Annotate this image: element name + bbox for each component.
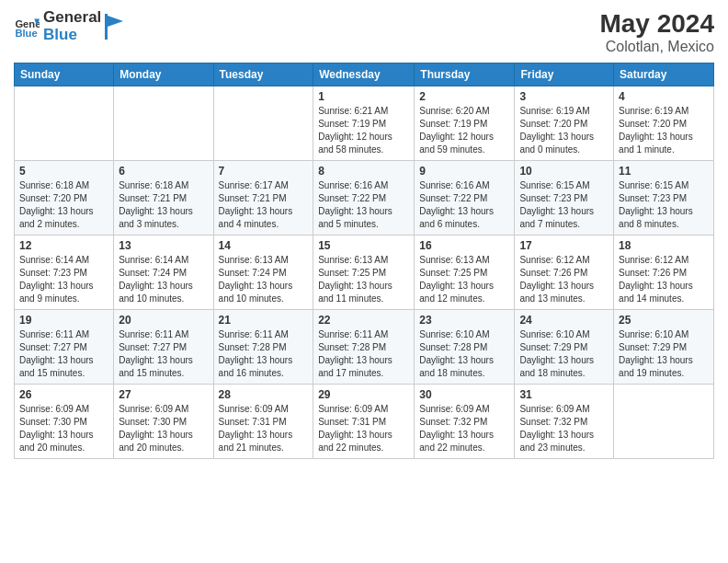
day-number: 15 xyxy=(318,239,409,252)
day-info: Sunrise: 6:11 AMSunset: 7:27 PMDaylight:… xyxy=(119,328,208,380)
calendar-cell: 1Sunrise: 6:21 AMSunset: 7:19 PMDaylight… xyxy=(313,86,415,161)
day-info: Sunrise: 6:09 AMSunset: 7:31 PMDaylight:… xyxy=(219,403,309,454)
calendar-cell: 15Sunrise: 6:13 AMSunset: 7:25 PMDayligh… xyxy=(313,236,415,310)
calendar-cell: 22Sunrise: 6:11 AMSunset: 7:28 PMDayligh… xyxy=(313,310,415,385)
day-info: Sunrise: 6:16 AMSunset: 7:22 PMDaylight:… xyxy=(419,179,509,231)
day-info: Sunrise: 6:09 AMSunset: 7:31 PMDaylight:… xyxy=(318,403,409,454)
calendar-cell: 7Sunrise: 6:17 AMSunset: 7:21 PMDaylight… xyxy=(213,161,313,236)
logo: General Blue General Blue xyxy=(14,9,125,43)
day-number: 13 xyxy=(119,239,208,252)
day-number: 2 xyxy=(419,90,509,103)
header-tuesday: Tuesday xyxy=(213,63,313,86)
calendar-header-row: Sunday Monday Tuesday Wednesday Thursday… xyxy=(15,63,714,86)
calendar-cell: 17Sunrise: 6:12 AMSunset: 7:26 PMDayligh… xyxy=(515,236,614,310)
day-number: 20 xyxy=(119,314,208,327)
day-info: Sunrise: 6:19 AMSunset: 7:20 PMDaylight:… xyxy=(519,105,609,156)
day-number: 27 xyxy=(119,388,208,401)
day-info: Sunrise: 6:09 AMSunset: 7:30 PMDaylight:… xyxy=(119,403,208,454)
header-saturday: Saturday xyxy=(614,63,714,86)
day-info: Sunrise: 6:20 AMSunset: 7:19 PMDaylight:… xyxy=(419,105,509,156)
calendar-cell: 2Sunrise: 6:20 AMSunset: 7:19 PMDaylight… xyxy=(415,86,515,161)
day-info: Sunrise: 6:14 AMSunset: 7:23 PMDaylight:… xyxy=(19,254,108,305)
day-info: Sunrise: 6:10 AMSunset: 7:29 PMDaylight:… xyxy=(619,328,709,380)
calendar-cell: 30Sunrise: 6:09 AMSunset: 7:32 PMDayligh… xyxy=(415,385,515,459)
day-number: 4 xyxy=(619,90,709,103)
calendar-cell: 27Sunrise: 6:09 AMSunset: 7:30 PMDayligh… xyxy=(114,385,213,459)
day-info: Sunrise: 6:15 AMSunset: 7:23 PMDaylight:… xyxy=(619,179,709,231)
day-info: Sunrise: 6:11 AMSunset: 7:28 PMDaylight:… xyxy=(219,328,309,380)
day-number: 7 xyxy=(219,165,309,178)
day-info: Sunrise: 6:09 AMSunset: 7:32 PMDaylight:… xyxy=(519,403,609,454)
svg-marker-4 xyxy=(108,16,123,27)
header-monday: Monday xyxy=(114,63,213,86)
day-info: Sunrise: 6:13 AMSunset: 7:24 PMDaylight:… xyxy=(219,254,309,305)
calendar-cell: 14Sunrise: 6:13 AMSunset: 7:24 PMDayligh… xyxy=(213,236,313,310)
logo-flag-icon xyxy=(105,14,125,40)
calendar-week-row: 19Sunrise: 6:11 AMSunset: 7:27 PMDayligh… xyxy=(15,310,714,385)
day-info: Sunrise: 6:09 AMSunset: 7:32 PMDaylight:… xyxy=(419,403,509,454)
calendar-cell: 12Sunrise: 6:14 AMSunset: 7:23 PMDayligh… xyxy=(15,236,114,310)
day-info: Sunrise: 6:09 AMSunset: 7:30 PMDaylight:… xyxy=(19,403,108,454)
day-info: Sunrise: 6:11 AMSunset: 7:28 PMDaylight:… xyxy=(318,328,409,380)
day-number: 8 xyxy=(318,165,409,178)
day-number: 29 xyxy=(318,388,409,401)
day-number: 19 xyxy=(19,314,108,327)
day-info: Sunrise: 6:10 AMSunset: 7:29 PMDaylight:… xyxy=(519,328,609,380)
calendar-cell: 26Sunrise: 6:09 AMSunset: 7:30 PMDayligh… xyxy=(15,385,114,459)
day-info: Sunrise: 6:12 AMSunset: 7:26 PMDaylight:… xyxy=(519,254,609,305)
day-number: 21 xyxy=(219,314,309,327)
location-title: Colotlan, Mexico xyxy=(599,39,714,55)
header-thursday: Thursday xyxy=(415,63,515,86)
day-info: Sunrise: 6:19 AMSunset: 7:20 PMDaylight:… xyxy=(619,105,709,156)
calendar-cell: 8Sunrise: 6:16 AMSunset: 7:22 PMDaylight… xyxy=(313,161,415,236)
calendar-cell: 11Sunrise: 6:15 AMSunset: 7:23 PMDayligh… xyxy=(614,161,714,236)
calendar-cell: 13Sunrise: 6:14 AMSunset: 7:24 PMDayligh… xyxy=(114,236,213,310)
day-number: 10 xyxy=(519,165,609,178)
day-number: 16 xyxy=(419,239,509,252)
svg-text:Blue: Blue xyxy=(15,28,37,39)
day-number: 9 xyxy=(419,165,509,178)
calendar-cell: 21Sunrise: 6:11 AMSunset: 7:28 PMDayligh… xyxy=(213,310,313,385)
calendar-cell: 20Sunrise: 6:11 AMSunset: 7:27 PMDayligh… xyxy=(114,310,213,385)
day-number: 1 xyxy=(318,90,409,103)
calendar-page: General Blue General Blue May 2024 Colot… xyxy=(0,0,728,563)
day-info: Sunrise: 6:15 AMSunset: 7:23 PMDaylight:… xyxy=(519,179,609,231)
day-info: Sunrise: 6:18 AMSunset: 7:21 PMDaylight:… xyxy=(119,179,208,231)
calendar-cell: 25Sunrise: 6:10 AMSunset: 7:29 PMDayligh… xyxy=(614,310,714,385)
day-number: 28 xyxy=(219,388,309,401)
calendar-cell: 18Sunrise: 6:12 AMSunset: 7:26 PMDayligh… xyxy=(614,236,714,310)
day-number: 11 xyxy=(619,165,709,178)
calendar-cell: 23Sunrise: 6:10 AMSunset: 7:28 PMDayligh… xyxy=(415,310,515,385)
day-info: Sunrise: 6:12 AMSunset: 7:26 PMDaylight:… xyxy=(619,254,709,305)
day-number: 30 xyxy=(419,388,509,401)
calendar-cell: 9Sunrise: 6:16 AMSunset: 7:22 PMDaylight… xyxy=(415,161,515,236)
day-number: 18 xyxy=(619,239,709,252)
calendar-cell xyxy=(614,385,714,459)
day-info: Sunrise: 6:11 AMSunset: 7:27 PMDaylight:… xyxy=(19,328,108,380)
logo-general: General xyxy=(43,9,101,27)
day-number: 17 xyxy=(519,239,609,252)
day-number: 25 xyxy=(619,314,709,327)
day-info: Sunrise: 6:17 AMSunset: 7:21 PMDaylight:… xyxy=(219,179,309,231)
calendar-week-row: 5Sunrise: 6:18 AMSunset: 7:20 PMDaylight… xyxy=(15,161,714,236)
calendar-cell: 24Sunrise: 6:10 AMSunset: 7:29 PMDayligh… xyxy=(515,310,614,385)
day-info: Sunrise: 6:14 AMSunset: 7:24 PMDaylight:… xyxy=(119,254,208,305)
header: General Blue General Blue May 2024 Colot… xyxy=(14,9,714,55)
calendar-week-row: 26Sunrise: 6:09 AMSunset: 7:30 PMDayligh… xyxy=(15,385,714,459)
calendar-cell xyxy=(114,86,213,161)
header-sunday: Sunday xyxy=(15,63,114,86)
day-number: 12 xyxy=(19,239,108,252)
logo-blue: Blue xyxy=(43,27,101,44)
calendar-cell: 3Sunrise: 6:19 AMSunset: 7:20 PMDaylight… xyxy=(515,86,614,161)
day-number: 6 xyxy=(119,165,208,178)
calendar-week-row: 12Sunrise: 6:14 AMSunset: 7:23 PMDayligh… xyxy=(15,236,714,310)
calendar-cell: 6Sunrise: 6:18 AMSunset: 7:21 PMDaylight… xyxy=(114,161,213,236)
day-info: Sunrise: 6:21 AMSunset: 7:19 PMDaylight:… xyxy=(318,105,409,156)
calendar-cell: 31Sunrise: 6:09 AMSunset: 7:32 PMDayligh… xyxy=(515,385,614,459)
calendar-cell: 16Sunrise: 6:13 AMSunset: 7:25 PMDayligh… xyxy=(415,236,515,310)
day-number: 22 xyxy=(318,314,409,327)
calendar-table: Sunday Monday Tuesday Wednesday Thursday… xyxy=(14,63,714,459)
calendar-cell: 4Sunrise: 6:19 AMSunset: 7:20 PMDaylight… xyxy=(614,86,714,161)
calendar-cell: 29Sunrise: 6:09 AMSunset: 7:31 PMDayligh… xyxy=(313,385,415,459)
header-wednesday: Wednesday xyxy=(313,63,415,86)
